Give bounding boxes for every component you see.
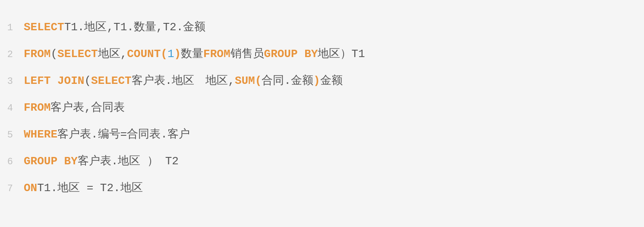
code-segment: COUNT( bbox=[127, 48, 167, 60]
code-segment: WHERE bbox=[24, 129, 57, 140]
code-segment: GROUP BY bbox=[264, 48, 318, 60]
line-content: WHERE 客户表.编号=合同表.客户 bbox=[24, 129, 190, 140]
code-segment: 客户表.地区 ） T2 bbox=[78, 156, 179, 167]
code-segment: 合同.金额 bbox=[262, 75, 313, 86]
code-line: 1SELECT T1.地区,T1.数量,T2.金额 bbox=[0, 20, 644, 47]
code-segment: SELECT bbox=[91, 75, 132, 86]
code-segment: 数量 bbox=[181, 48, 203, 60]
code-line: 3LEFT JOIN (SELECT 客户表.地区 地区,SUM(合同.金额) … bbox=[0, 74, 644, 100]
line-content: ON T1.地区 = T2.地区 bbox=[24, 182, 143, 194]
line-number: 1 bbox=[0, 23, 24, 33]
line-content: FROM 客户表,合同表 bbox=[24, 102, 125, 113]
code-segment: ) bbox=[313, 75, 320, 86]
code-segment: LEFT JOIN bbox=[24, 75, 84, 86]
code-line: 4FROM 客户表,合同表 bbox=[0, 100, 644, 127]
line-content: GROUP BY 客户表.地区 ） T2 bbox=[24, 156, 179, 167]
code-segment: SELECT bbox=[57, 48, 98, 60]
line-content: LEFT JOIN (SELECT 客户表.地区 地区,SUM(合同.金额) 金… bbox=[24, 75, 343, 86]
line-number: 4 bbox=[0, 104, 24, 113]
code-segment: 销售员 bbox=[230, 48, 264, 60]
code-segment: FROM bbox=[24, 48, 51, 60]
code-segment: FROM bbox=[24, 102, 51, 113]
code-segment: SELECT bbox=[24, 22, 64, 33]
code-segment: 金额 bbox=[320, 75, 343, 86]
code-line: 5WHERE 客户表.编号=合同表.客户 bbox=[0, 127, 644, 154]
line-number: 5 bbox=[0, 131, 24, 140]
code-segment: 客户表.编号=合同表.客户 bbox=[57, 129, 190, 140]
code-segment: GROUP BY bbox=[24, 156, 78, 167]
code-block: 1SELECT T1.地区,T1.数量,T2.金额2FROM (SELECT 地… bbox=[0, 0, 644, 227]
code-segment: T1.地区 = T2.地区 bbox=[37, 182, 142, 194]
line-number: 6 bbox=[0, 157, 24, 167]
line-number: 2 bbox=[0, 50, 24, 60]
code-segment: 客户表.地区 地区, bbox=[132, 75, 235, 86]
code-segment: 地区）T1 bbox=[318, 48, 365, 60]
line-content: FROM (SELECT 地区,COUNT(1) 数量 FROM 销售员 GRO… bbox=[24, 48, 365, 60]
code-segment: T1.地区,T1.数量,T2.金额 bbox=[64, 22, 206, 33]
code-segment: ) bbox=[174, 48, 181, 60]
code-segment: ( bbox=[84, 75, 91, 86]
code-segment: FROM bbox=[203, 48, 230, 60]
code-line: 7ON T1.地区 = T2.地区 bbox=[0, 181, 644, 208]
line-number: 7 bbox=[0, 184, 24, 194]
code-segment: ( bbox=[51, 48, 57, 60]
code-line: 6GROUP BY 客户表.地区 ） T2 bbox=[0, 154, 644, 181]
code-line: 2FROM (SELECT 地区,COUNT(1) 数量 FROM 销售员 GR… bbox=[0, 47, 644, 74]
code-segment: SUM( bbox=[235, 75, 262, 86]
code-segment: 客户表,合同表 bbox=[51, 102, 125, 113]
line-number: 3 bbox=[0, 77, 24, 86]
code-segment: 1 bbox=[167, 48, 174, 60]
line-content: SELECT T1.地区,T1.数量,T2.金额 bbox=[24, 22, 205, 33]
code-segment: ON bbox=[24, 182, 37, 194]
code-segment: 地区, bbox=[98, 48, 127, 60]
